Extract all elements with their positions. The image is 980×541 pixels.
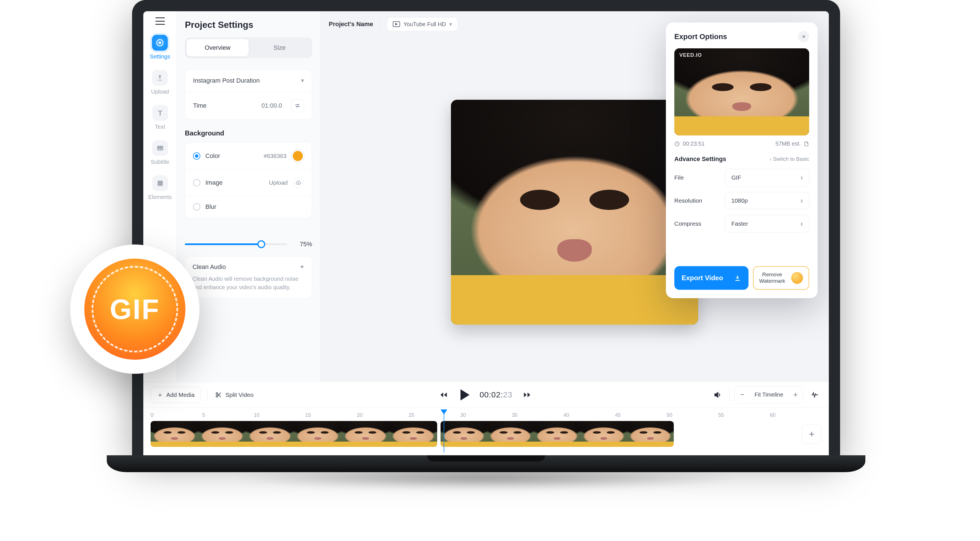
timecode: 00:02:23 xyxy=(480,390,512,399)
fit-timeline-button[interactable]: Fit Timeline xyxy=(749,388,788,402)
color-swatch[interactable] xyxy=(292,150,304,162)
duration-preset-select[interactable]: Instagram Post Duration ▾ xyxy=(185,70,312,92)
resolution-label: Resolution xyxy=(674,197,702,204)
subtitle-icon xyxy=(152,140,168,156)
tab-size[interactable]: Size xyxy=(249,39,311,56)
nav-label: Settings xyxy=(150,53,170,60)
scissors-icon xyxy=(215,391,222,398)
nav-upload[interactable]: Upload xyxy=(151,70,169,95)
close-button[interactable]: ✕ xyxy=(798,31,809,42)
video-content xyxy=(451,100,698,325)
stepper-icon: ▴▾ xyxy=(801,199,803,203)
nav-elements[interactable]: Elements xyxy=(148,175,172,200)
size-preset-label: YouTube Full HD xyxy=(404,21,446,27)
gem-icon xyxy=(791,272,803,284)
export-size-est: 57MB est. xyxy=(775,140,801,147)
upload-icon xyxy=(152,70,168,86)
elements-icon xyxy=(152,175,168,191)
bg-color-label: Color xyxy=(205,152,258,160)
bg-image-row[interactable]: Image Upload xyxy=(185,169,312,196)
video-preview[interactable] xyxy=(451,100,698,325)
split-video-label: Split Video xyxy=(225,391,253,398)
zoom-group: − Fit Timeline + xyxy=(735,386,803,403)
gif-badge-text: GIF xyxy=(110,293,160,325)
export-preview: VEED.IO xyxy=(674,48,809,135)
opacity-slider-row: 75% xyxy=(185,240,312,248)
file-icon xyxy=(803,141,809,147)
stepper-icon: ▴▾ xyxy=(801,221,803,226)
clock-icon xyxy=(674,141,680,147)
remove-watermark-label: RemoveWatermark xyxy=(759,272,785,285)
file-format-value: GIF xyxy=(731,174,741,181)
switch-to-basic-link[interactable]: ‹ Switch to Basic xyxy=(770,156,809,162)
slider-knob[interactable] xyxy=(257,240,265,248)
zoom-in-button[interactable]: + xyxy=(788,387,803,403)
svg-rect-3 xyxy=(158,149,161,149)
opacity-value: 75% xyxy=(293,240,312,248)
nav-label: Upload xyxy=(151,89,169,95)
add-clip-button[interactable]: + xyxy=(802,424,821,444)
compress-value: Faster xyxy=(731,220,748,227)
sparkle-icon: ✦ xyxy=(299,263,305,270)
clean-audio-card[interactable]: Clean Audio ✦ Clean Audio will remove ba… xyxy=(185,256,312,299)
export-title: Export Options xyxy=(674,32,727,41)
laptop-frame: Settings Upload Text xyxy=(132,0,840,455)
cloud-upload-icon[interactable] xyxy=(293,177,304,188)
close-icon: ✕ xyxy=(802,34,805,39)
opacity-slider[interactable] xyxy=(185,243,287,245)
export-video-label: Export Video xyxy=(682,274,723,282)
forward-button[interactable] xyxy=(520,388,534,402)
laptop-base xyxy=(107,455,865,472)
background-heading: Background xyxy=(185,129,312,137)
resolution-value: 1080p xyxy=(731,197,748,204)
zoom-out-button[interactable]: − xyxy=(735,387,749,403)
file-format-select[interactable]: GIF ▴▾ xyxy=(725,169,809,186)
duration-card: Instagram Post Duration ▾ Time 01:00.0 xyxy=(185,69,312,120)
bg-blur-label: Blur xyxy=(205,203,304,210)
timeline-clip[interactable] xyxy=(441,421,674,447)
menu-icon[interactable] xyxy=(155,18,165,25)
svg-rect-5 xyxy=(158,181,163,186)
bg-color-hex: #636363 xyxy=(264,153,286,159)
clean-audio-label: Clean Audio xyxy=(192,263,226,270)
gif-badge-inner: GIF xyxy=(84,259,185,360)
nav-label: Elements xyxy=(148,194,172,200)
tab-overview[interactable]: Overview xyxy=(186,39,249,56)
svg-rect-4 xyxy=(161,149,162,149)
compress-label: Compress xyxy=(674,220,701,227)
volume-button[interactable] xyxy=(711,388,724,402)
project-name[interactable]: Project's Name xyxy=(329,21,373,28)
timeline-clip[interactable] xyxy=(151,421,437,447)
timeline-tracks: + xyxy=(151,421,821,447)
plus-icon: ＋ xyxy=(157,391,163,399)
resolution-select[interactable]: 1080p ▴▾ xyxy=(725,192,809,209)
play-button[interactable] xyxy=(458,388,472,402)
bg-blur-row[interactable]: Blur xyxy=(185,196,312,218)
divider xyxy=(207,389,207,401)
nav-label: Subtitle xyxy=(151,159,169,165)
watermark-text: VEED.IO xyxy=(679,52,702,58)
nav-subtitle[interactable]: Subtitle xyxy=(151,140,169,165)
nav-text[interactable]: Text xyxy=(152,105,168,130)
divider xyxy=(380,18,380,30)
radio-off-icon xyxy=(193,203,200,210)
target-icon xyxy=(152,35,168,51)
compress-select[interactable]: Faster ▴▾ xyxy=(725,215,809,232)
waveform-toggle[interactable] xyxy=(808,388,821,402)
youtube-icon xyxy=(393,21,400,27)
chevron-down-icon: ▾ xyxy=(301,77,304,84)
add-media-label: Add Media xyxy=(166,391,194,398)
remove-watermark-button[interactable]: RemoveWatermark xyxy=(753,266,809,290)
nav-settings[interactable]: Settings xyxy=(150,35,170,60)
timeline[interactable]: 051015202530354045505560 xyxy=(143,407,829,455)
swap-horizontal-icon[interactable] xyxy=(291,99,304,112)
bg-color-row[interactable]: Color #636363 xyxy=(185,143,312,169)
size-preset-select[interactable]: YouTube Full HD ▾ xyxy=(387,17,458,31)
bg-image-label: Image xyxy=(205,179,264,186)
export-video-button[interactable]: Export Video xyxy=(674,266,748,290)
split-video-button[interactable]: Split Video xyxy=(213,388,259,402)
add-media-button[interactable]: ＋ Add Media xyxy=(151,387,201,403)
bg-image-action: Upload xyxy=(269,179,288,186)
preview-content xyxy=(674,48,809,135)
rewind-button[interactable] xyxy=(437,388,450,402)
